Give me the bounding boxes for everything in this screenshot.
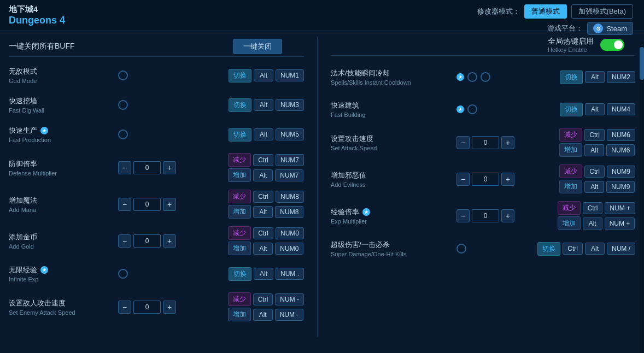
defense-num7-key: NUM7: [276, 154, 304, 166]
atk-speed-dec-btn[interactable]: 减少: [559, 128, 582, 142]
fast-build-toggle[interactable]: [467, 104, 477, 114]
gold-value[interactable]: [133, 234, 161, 248]
enemy-atk-value[interactable]: [133, 301, 161, 314]
defense-en: Defense Multiplier: [9, 170, 118, 176]
fast-prod-switch-btn[interactable]: 切换: [229, 128, 251, 142]
exp-mult-numplusb-key: NUM +: [605, 217, 635, 230]
defense-dec-btn[interactable]: 减少: [228, 153, 251, 167]
exp-mult-dec-row: 减少 Ctrl NUM +: [558, 201, 635, 215]
super-dmg-switch-btn[interactable]: 切换: [537, 242, 560, 256]
enemy-atk-dec-btn[interactable]: 减少: [228, 292, 251, 306]
feature-label-fast-dig: 快速挖墙 Fast Dig Wall: [9, 96, 118, 114]
evil-ctrl-key: Ctrl: [584, 166, 605, 178]
atk-speed-num6-key: NUM6: [607, 129, 635, 141]
inf-exp-key-alt: Alt: [254, 268, 273, 280]
hotkey-global-row: 全局热键启用 Hotkey Enable: [331, 37, 635, 56]
mana-dec-row: 减少 Ctrl NUM8: [228, 190, 304, 203]
enemy-atk-minus[interactable]: −: [118, 301, 131, 314]
super-dmg-keys: 切换 Ctrl Alt NUM /: [537, 242, 635, 256]
gold-alt-key: Alt: [253, 243, 273, 255]
defense-value[interactable]: [133, 161, 161, 174]
fast-build-cn: 快速建筑: [331, 101, 456, 110]
defense-keys: 减少 Ctrl NUM7 增加 Alt NUM7: [228, 153, 304, 182]
feature-label-super-dmg: 超级伤害/一击必杀 Super Damage/One-Hit Kills: [331, 240, 456, 257]
exp-mult-plus[interactable]: +: [501, 209, 514, 222]
hotkey-labels: 全局热键启用 Hotkey Enable: [548, 37, 594, 53]
mana-plus[interactable]: +: [163, 198, 176, 211]
fast-dig-switch-btn[interactable]: 切换: [229, 98, 251, 112]
exp-mult-value[interactable]: [472, 209, 499, 222]
feature-row-spell: 法术/技能瞬间冷却 Spells/Skills Instant Cooldown…: [331, 63, 635, 91]
mana-minus[interactable]: −: [118, 198, 131, 211]
hotkey-cn: 全局热键启用: [548, 37, 594, 46]
exp-mult-dec-btn[interactable]: 减少: [558, 201, 581, 215]
inf-exp-star: ★: [40, 266, 48, 274]
hotkey-toggle-switch[interactable]: [600, 39, 624, 51]
feature-row-fast-dig: 快速挖墙 Fast Dig Wall 切换 Alt NUM3: [9, 94, 304, 116]
atk-speed-cn: 设置攻击速度: [331, 134, 456, 144]
defense-cn: 防御倍率: [9, 159, 118, 169]
enemy-atk-plus[interactable]: +: [163, 301, 176, 314]
atk-speed-plus[interactable]: +: [501, 136, 514, 149]
feature-label-enemy-atk: 设置敌人攻击速度 Set Enemy Attack Speed: [9, 298, 118, 316]
evil-plus[interactable]: +: [501, 173, 514, 186]
gold-numeric: − +: [118, 234, 176, 248]
god-mode-toggle[interactable]: [118, 70, 128, 80]
feature-label-gold: 添加金币 Add Gold: [9, 232, 118, 250]
mana-inc-btn[interactable]: 增加: [228, 205, 251, 219]
feature-label-spell: 法术/技能瞬间冷却 Spells/Skills Instant Cooldown: [331, 68, 456, 86]
evil-dec-btn[interactable]: 减少: [559, 164, 582, 178]
god-mode-en: God Mode: [9, 78, 118, 84]
gold-ctrl-key: Ctrl: [253, 227, 273, 239]
gold-dec-btn[interactable]: 减少: [228, 226, 251, 240]
spell-toggle2[interactable]: [481, 72, 490, 82]
left-panel: 一键关闭所有BUFF 一键关闭 无敌模式 God Mode 切换 Alt NUM…: [9, 37, 315, 337]
atk-speed-inc-btn[interactable]: 增加: [559, 143, 582, 157]
fast-dig-key-num: NUM3: [276, 99, 304, 111]
evil-inc-btn[interactable]: 增加: [559, 180, 582, 193]
spell-switch-btn[interactable]: 切换: [560, 70, 583, 84]
gold-num0-key: NUM0: [276, 227, 304, 239]
evil-value[interactable]: [472, 173, 499, 186]
fast-dig-toggle[interactable]: [118, 100, 128, 110]
scrollbar[interactable]: [640, 42, 644, 343]
exp-mult-minus[interactable]: −: [456, 209, 470, 222]
atk-speed-dec-row: 减少 Ctrl NUM6: [559, 128, 635, 142]
mana-keys: 减少 Ctrl NUM8 增加 Alt NUM8: [228, 190, 304, 219]
one-key-row: 一键关闭所有BUFF 一键关闭: [9, 37, 304, 57]
mode-normal-btn[interactable]: 普通模式: [524, 4, 567, 19]
scrollbar-thumb[interactable]: [640, 47, 644, 80]
fast-build-toggles: ★: [456, 104, 477, 114]
god-mode-switch-btn[interactable]: 切换: [229, 69, 251, 83]
steam-icon: ⚙: [593, 23, 603, 33]
defense-minus[interactable]: −: [118, 161, 131, 174]
gold-minus[interactable]: −: [118, 234, 131, 248]
fast-prod-en: Fast Production: [9, 137, 118, 143]
fast-prod-toggle[interactable]: [118, 130, 128, 139]
inf-exp-toggle[interactable]: [118, 269, 128, 279]
super-dmg-toggle[interactable]: [456, 244, 466, 254]
super-dmg-cn: 超级伤害/一击必杀: [331, 240, 456, 250]
defense-inc-btn[interactable]: 增加: [228, 168, 251, 182]
one-key-btn[interactable]: 一键关闭: [233, 39, 282, 54]
feature-row-enemy-atk: 设置敌人攻击速度 Set Enemy Attack Speed − + 减少 C…: [9, 292, 304, 321]
defense-plus[interactable]: +: [163, 161, 176, 174]
mana-dec-btn[interactable]: 减少: [228, 190, 251, 203]
exp-mult-en: Exp Multiplier: [331, 218, 456, 225]
fast-dig-cn: 快速挖墙: [9, 96, 118, 106]
atk-speed-minus[interactable]: −: [456, 136, 470, 149]
gold-plus[interactable]: +: [163, 234, 176, 248]
enemy-atk-inc-btn[interactable]: 增加: [228, 308, 251, 321]
feature-row-god-mode: 无敌模式 God Mode 切换 Alt NUM1: [9, 64, 304, 86]
evil-minus[interactable]: −: [456, 173, 470, 186]
feature-row-exp-mult: 经验倍率 ★ Exp Multiplier − + 减少 Ctrl NUM +: [331, 201, 635, 230]
spell-toggle1[interactable]: [467, 72, 477, 82]
atk-speed-value[interactable]: [472, 136, 499, 149]
gold-inc-btn[interactable]: 增加: [228, 242, 251, 255]
mode-beta-btn[interactable]: 加强模式(Beta): [571, 4, 633, 19]
exp-mult-inc-btn[interactable]: 增加: [558, 216, 581, 230]
feature-label-defense: 防御倍率 Defense Multiplier: [9, 159, 118, 176]
inf-exp-switch-btn[interactable]: 切换: [229, 267, 251, 281]
fast-build-switch-btn[interactable]: 切换: [560, 103, 583, 116]
mana-value[interactable]: [133, 198, 161, 211]
